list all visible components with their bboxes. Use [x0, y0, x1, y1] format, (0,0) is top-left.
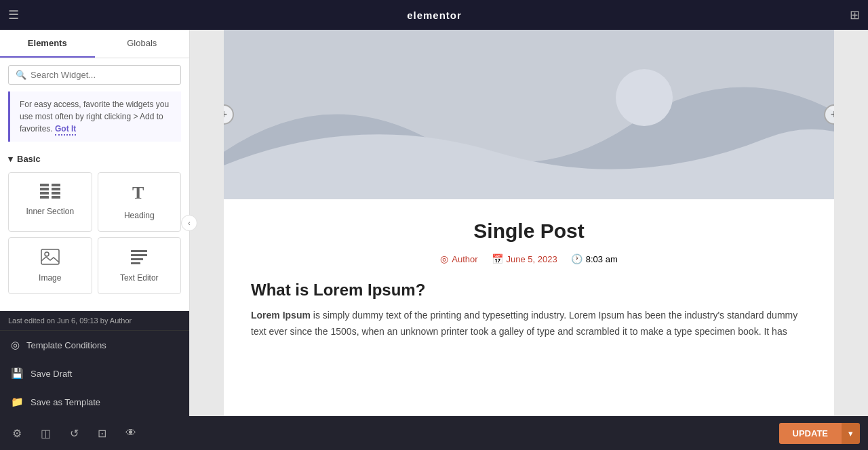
save-draft-label: Save Draft — [31, 369, 72, 379]
update-dropdown-button[interactable]: ▾ — [842, 423, 860, 444]
widget-image[interactable]: Image — [8, 237, 92, 294]
update-button[interactable]: UPDATE — [779, 423, 842, 444]
meta-author: ◎ Author — [440, 253, 477, 264]
hero-image: + + — [224, 30, 834, 199]
time-icon: 🕐 — [571, 253, 583, 264]
svg-rect-14 — [131, 262, 140, 264]
layers-icon[interactable]: ◫ — [37, 423, 55, 444]
meta-date: 📅 June 5, 2023 — [492, 253, 557, 264]
svg-rect-1 — [40, 188, 49, 190]
text-editor-icon — [130, 249, 149, 269]
bottom-toolbar: ⚙ ◫ ↺ ⊡ 👁 UPDATE ▾ — [0, 416, 868, 450]
history-icon[interactable]: ↺ — [66, 423, 83, 444]
svg-rect-12 — [131, 254, 147, 256]
author-icon: ◎ — [440, 253, 448, 264]
section-arrow: ▾ — [8, 154, 13, 164]
post-meta: ◎ Author 📅 June 5, 2023 🕐 8:03 am — [251, 253, 807, 264]
hint-box: For easy access, favorite the widgets yo… — [8, 91, 181, 142]
widget-inner-section[interactable]: Inner Section — [8, 172, 92, 232]
save-as-template-label: Save as Template — [31, 397, 100, 407]
widget-heading-label: Heading — [124, 211, 155, 220]
app-logo: elementor — [407, 9, 462, 21]
widget-image-label: Image — [39, 273, 61, 283]
template-conditions-item[interactable]: ◎ Template Conditions — [0, 331, 189, 359]
section-label-text: Basic — [17, 154, 41, 164]
post-content: Single Post ◎ Author 📅 June 5, 2023 🕐 8:… — [224, 199, 834, 361]
bottom-overlay: Last edited on Jun 6, 09:13 by Author ◎ … — [0, 311, 189, 416]
widget-heading[interactable]: T Heading — [98, 172, 182, 232]
grid-icon[interactable]: ⊞ — [850, 7, 860, 22]
svg-rect-4 — [52, 184, 60, 186]
widget-text-editor-label: Text Editor — [120, 273, 159, 283]
svg-text:T: T — [132, 184, 144, 203]
tabs-bar: Elements Globals — [0, 30, 189, 58]
widget-inner-section-label: Inner Section — [26, 207, 74, 216]
collapse-panel-button[interactable]: ‹ — [181, 215, 197, 231]
svg-rect-0 — [40, 184, 49, 186]
template-conditions-label: Template Conditions — [26, 340, 106, 350]
inner-section-icon — [40, 184, 60, 203]
section-basic[interactable]: ▾ Basic — [0, 148, 189, 169]
got-it-link[interactable]: Got It — [55, 124, 76, 136]
settings-icon[interactable]: ⚙ — [8, 423, 26, 444]
last-edited-text: Last edited on Jun 6, 09:13 by Author — [0, 311, 189, 331]
date-text: June 5, 2023 — [507, 254, 557, 264]
date-icon: 📅 — [492, 253, 503, 264]
svg-rect-11 — [131, 250, 147, 252]
responsive-icon[interactable]: ⊡ — [94, 423, 111, 444]
image-icon — [41, 249, 60, 269]
top-bar: ☰ elementor ⊞ — [0, 0, 868, 30]
search-input[interactable] — [31, 70, 174, 80]
time-text: 8:03 am — [586, 254, 618, 264]
svg-rect-6 — [52, 192, 60, 195]
svg-point-10 — [45, 252, 49, 256]
svg-rect-9 — [41, 249, 59, 264]
post-title: Single Post — [251, 220, 807, 243]
tab-elements[interactable]: Elements — [0, 30, 95, 58]
left-panel: Elements Globals 🔍 For easy access, favo… — [0, 30, 190, 416]
hero-mountains-svg — [224, 30, 834, 199]
search-icon: 🔍 — [16, 70, 26, 80]
post-body: Lorem Ipsum is simply dummy text of the … — [251, 308, 807, 340]
save-draft-icon: 💾 — [11, 367, 24, 380]
widget-text-editor[interactable]: Text Editor — [98, 237, 182, 294]
canvas-area: + + Single Post ◎ Author 📅 June 5, 2023 — [190, 30, 868, 416]
tab-globals[interactable]: Globals — [95, 30, 190, 58]
svg-point-16 — [616, 69, 673, 126]
svg-rect-2 — [40, 192, 49, 195]
heading-icon: T — [130, 184, 149, 207]
hint-text: For easy access, favorite the widgets yo… — [20, 100, 169, 134]
post-body-text: is simply dummy text of the printing and… — [251, 310, 797, 337]
svg-rect-5 — [52, 188, 60, 190]
svg-rect-13 — [131, 258, 143, 260]
update-btn-wrapper: UPDATE ▾ — [779, 423, 860, 444]
lorem-ipsum-bold: Lorem Ipsum — [251, 310, 311, 321]
search-box: 🔍 — [8, 65, 181, 85]
meta-time: 🕐 8:03 am — [571, 253, 618, 264]
save-draft-item[interactable]: 💾 Save Draft — [0, 359, 189, 388]
save-as-template-item[interactable]: 📁 Save as Template — [0, 388, 189, 416]
main-area: Elements Globals 🔍 For easy access, favo… — [0, 30, 868, 416]
hamburger-icon[interactable]: ☰ — [8, 7, 19, 22]
preview-icon[interactable]: 👁 — [121, 423, 140, 443]
template-conditions-icon: ◎ — [11, 339, 20, 351]
svg-rect-7 — [52, 196, 60, 199]
canvas-inner: + + Single Post ◎ Author 📅 June 5, 2023 — [224, 30, 834, 416]
save-as-template-icon: 📁 — [11, 396, 24, 408]
post-heading: What is Lorem Ipsum? — [251, 281, 807, 300]
svg-rect-3 — [40, 196, 49, 199]
author-text: Author — [452, 254, 477, 264]
widget-grid: Inner Section T Heading — [0, 169, 189, 297]
